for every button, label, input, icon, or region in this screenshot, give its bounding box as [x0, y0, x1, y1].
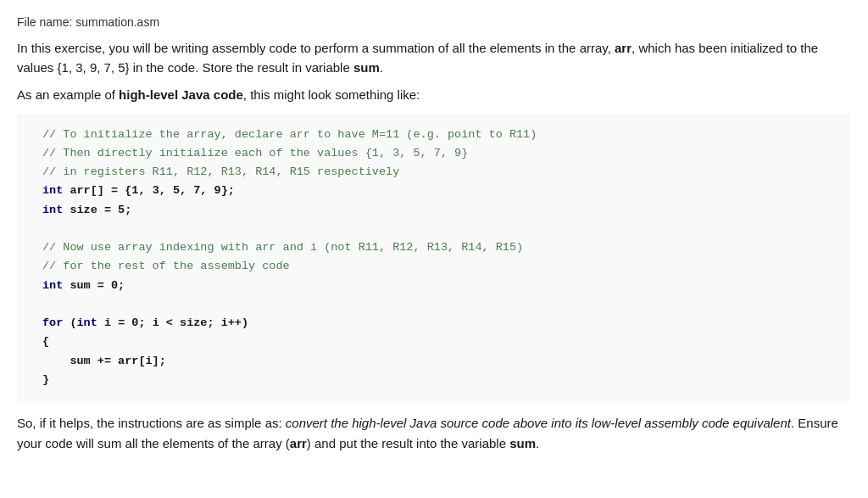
code-comment-5: // for the rest of the assembly code [42, 257, 826, 276]
footer-paragraph: So, if it helps, the instructions are as… [17, 413, 851, 454]
code-comment-1: // To initialize the array, declare arr … [42, 126, 826, 144]
footer-italic: convert the high-level Java source code … [286, 416, 791, 430]
footer-sum: sum [509, 436, 536, 450]
code-line-sum: int sum = 0; [42, 277, 826, 295]
file-value: summation.asm [75, 15, 159, 29]
footer-text4: . [536, 436, 539, 450]
footer-text3: ) and put the result into the variable [307, 436, 509, 450]
code-brace-open: { [42, 333, 826, 351]
intro-arr: arr [615, 41, 632, 55]
file-label: File name: [17, 15, 72, 29]
code-spacer-2 [42, 295, 826, 314]
code-comment-2: // Then directly initialize each of the … [42, 144, 826, 163]
example-bold: high-level Java code [119, 87, 243, 102]
example-text2: , this might look something like: [243, 87, 420, 102]
footer-arr: arr [290, 436, 307, 450]
footer-text1: So, if it helps, the instructions are as… [17, 416, 286, 430]
code-brace-close: } [42, 371, 826, 389]
example-text1: As an example of [17, 87, 119, 102]
intro-sum: sum [353, 60, 380, 75]
example-paragraph: As an example of high-level Java code, t… [17, 86, 851, 105]
code-spacer-1 [42, 220, 826, 238]
code-comment-3: // in registers R11, R12, R13, R14, R15 … [42, 163, 826, 182]
intro-paragraph: In this exercise, you will be writing as… [17, 39, 851, 77]
code-block: // To initialize the array, declare arr … [17, 114, 851, 402]
code-line-arr: int arr[] = {1, 3, 5, 7, 9}; [42, 182, 826, 200]
code-body: sum += arr[i]; [42, 352, 826, 371]
intro-text3: . [380, 60, 383, 75]
file-name-line: File name: summation.asm [17, 15, 851, 29]
code-comment-4: // Now use array indexing with arr and i… [42, 238, 826, 257]
intro-text1: In this exercise, you will be writing as… [17, 41, 615, 55]
code-line-size: int size = 5; [42, 201, 826, 220]
code-line-for: for (int i = 0; i < size; i++) [42, 314, 826, 333]
